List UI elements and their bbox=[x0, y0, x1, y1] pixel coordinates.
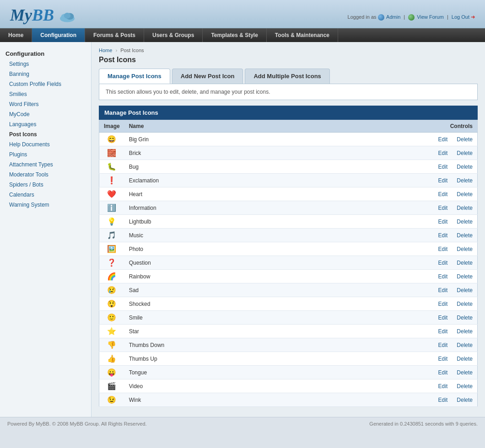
post-icon-emoji: 😲 bbox=[107, 300, 116, 308]
icon-cell: ℹ️ bbox=[99, 201, 124, 215]
edit-link[interactable]: Edit bbox=[438, 136, 448, 143]
edit-link[interactable]: Edit bbox=[438, 150, 448, 156]
edit-link[interactable]: Edit bbox=[438, 164, 448, 170]
view-forum-link[interactable]: View Forum bbox=[417, 14, 443, 20]
tab-add-new-post-icon[interactable]: Add New Post Icon bbox=[172, 69, 243, 84]
delete-link[interactable]: Delete bbox=[457, 136, 473, 143]
icon-name: Star bbox=[124, 325, 386, 338]
delete-link[interactable]: Delete bbox=[457, 342, 473, 348]
edit-link[interactable]: Edit bbox=[438, 342, 448, 348]
layout: Configuration Settings Banning Custom Pr… bbox=[0, 42, 485, 417]
sidebar-item-word-filters[interactable]: Word Filters bbox=[0, 99, 91, 109]
icon-name: Tongue bbox=[124, 366, 386, 379]
delete-link[interactable]: Delete bbox=[457, 273, 473, 280]
post-icon-emoji: ❗ bbox=[107, 176, 116, 184]
col-controls: Controls bbox=[386, 120, 478, 133]
edit-link[interactable]: Edit bbox=[438, 246, 448, 252]
admin-link[interactable]: Admin bbox=[386, 14, 400, 20]
icon-controls: Edit Delete bbox=[386, 242, 478, 256]
delete-link[interactable]: Delete bbox=[457, 150, 473, 156]
nav-tools-maintenance[interactable]: Tools & Maintenance bbox=[267, 28, 338, 42]
icon-cell: 👍 bbox=[99, 352, 124, 366]
edit-link[interactable]: Edit bbox=[438, 397, 448, 403]
icon-name: Lightbulb bbox=[124, 215, 386, 229]
table-row: 😲 Shocked Edit Delete bbox=[99, 297, 478, 311]
breadcrumb-home[interactable]: Home bbox=[99, 48, 112, 53]
logout-link[interactable]: Log Out ➜ bbox=[452, 14, 475, 20]
nav-users-groups[interactable]: Users & Groups bbox=[144, 28, 203, 42]
nav-forums-posts[interactable]: Forums & Posts bbox=[85, 28, 144, 42]
delete-link[interactable]: Delete bbox=[457, 369, 473, 376]
footer-left: Powered By MyBB. © 2008 MyBB Group. All … bbox=[7, 421, 147, 427]
edit-link[interactable]: Edit bbox=[438, 219, 448, 225]
edit-link[interactable]: Edit bbox=[438, 177, 448, 184]
sidebar-item-languages[interactable]: Languages bbox=[0, 119, 91, 129]
icon-cell: 🎬 bbox=[99, 379, 124, 393]
post-icon-emoji: 👎 bbox=[107, 341, 116, 349]
logo: MyBB bbox=[10, 5, 169, 25]
sidebar-item-spiders-bots[interactable]: Spiders / Bots bbox=[0, 180, 91, 190]
sidebar-item-calendars[interactable]: Calendars bbox=[0, 190, 91, 200]
edit-link[interactable]: Edit bbox=[438, 301, 448, 307]
edit-link[interactable]: Edit bbox=[438, 205, 448, 211]
sidebar-item-warning-system[interactable]: Warning System bbox=[0, 200, 91, 210]
sidebar-item-post-icons[interactable]: Post Icons bbox=[0, 129, 91, 139]
edit-link[interactable]: Edit bbox=[438, 328, 448, 335]
edit-link[interactable]: Edit bbox=[438, 191, 448, 197]
sidebar-item-mycode[interactable]: MyCode bbox=[0, 109, 91, 119]
delete-link[interactable]: Delete bbox=[457, 315, 473, 321]
icon-cell: 🖼️ bbox=[99, 242, 124, 256]
icon-cell: ⭐ bbox=[99, 325, 124, 338]
tab-add-multiple-post-icons[interactable]: Add Multiple Post Icons bbox=[245, 69, 329, 84]
icon-controls: Edit Delete bbox=[386, 174, 478, 187]
sidebar-section-title: Configuration bbox=[0, 47, 91, 59]
delete-link[interactable]: Delete bbox=[457, 301, 473, 307]
edit-link[interactable]: Edit bbox=[438, 273, 448, 280]
navbar: Home Configuration Forums & Posts Users … bbox=[0, 28, 485, 42]
sidebar-item-settings[interactable]: Settings bbox=[0, 59, 91, 69]
delete-link[interactable]: Delete bbox=[457, 177, 473, 184]
post-icon-emoji: 😛 bbox=[107, 368, 116, 376]
delete-link[interactable]: Delete bbox=[457, 232, 473, 239]
delete-link[interactable]: Delete bbox=[457, 191, 473, 197]
nav-home[interactable]: Home bbox=[0, 28, 32, 42]
post-icon-emoji: 🌈 bbox=[107, 272, 116, 280]
icon-cell: 😢 bbox=[99, 283, 124, 297]
edit-link[interactable]: Edit bbox=[438, 260, 448, 266]
sidebar-item-custom-profile-fields[interactable]: Custom Profile Fields bbox=[0, 79, 91, 89]
tab-manage-post-icons[interactable]: Manage Post Icons bbox=[99, 69, 170, 84]
delete-link[interactable]: Delete bbox=[457, 356, 473, 362]
icon-name: Sad bbox=[124, 283, 386, 297]
icon-name: Brick bbox=[124, 146, 386, 160]
delete-link[interactable]: Delete bbox=[457, 219, 473, 225]
icon-controls: Edit Delete bbox=[386, 352, 478, 366]
sidebar-item-help-documents[interactable]: Help Documents bbox=[0, 139, 91, 149]
edit-link[interactable]: Edit bbox=[438, 287, 448, 293]
delete-link[interactable]: Delete bbox=[457, 246, 473, 252]
edit-link[interactable]: Edit bbox=[438, 369, 448, 376]
post-icon-emoji: 🎬 bbox=[107, 382, 116, 390]
footer-right: Generated in 0.2430851 seconds with 9 qu… bbox=[369, 421, 478, 427]
delete-link[interactable]: Delete bbox=[457, 328, 473, 335]
table-row: 😢 Sad Edit Delete bbox=[99, 283, 478, 297]
edit-link[interactable]: Edit bbox=[438, 232, 448, 239]
edit-link[interactable]: Edit bbox=[438, 383, 448, 389]
sidebar-item-smilies[interactable]: Smilies bbox=[0, 89, 91, 99]
sidebar-item-attachment-types[interactable]: Attachment Types bbox=[0, 160, 91, 170]
sidebar-item-plugins[interactable]: Plugins bbox=[0, 149, 91, 160]
delete-link[interactable]: Delete bbox=[457, 205, 473, 211]
delete-link[interactable]: Delete bbox=[457, 164, 473, 170]
delete-link[interactable]: Delete bbox=[457, 287, 473, 293]
nav-templates-style[interactable]: Templates & Style bbox=[203, 28, 266, 42]
delete-link[interactable]: Delete bbox=[457, 260, 473, 266]
sidebar-item-moderator-tools[interactable]: Moderator Tools bbox=[0, 170, 91, 180]
edit-link[interactable]: Edit bbox=[438, 356, 448, 362]
sidebar-item-banning[interactable]: Banning bbox=[0, 69, 91, 79]
edit-link[interactable]: Edit bbox=[438, 315, 448, 321]
delete-link[interactable]: Delete bbox=[457, 397, 473, 403]
nav-configuration[interactable]: Configuration bbox=[32, 28, 85, 42]
header: MyBB Logged in as Admin | bbox=[0, 0, 485, 28]
table-row: 🎵 Music Edit Delete bbox=[99, 229, 478, 242]
icon-controls: Edit Delete bbox=[386, 338, 478, 352]
delete-link[interactable]: Delete bbox=[457, 383, 473, 389]
